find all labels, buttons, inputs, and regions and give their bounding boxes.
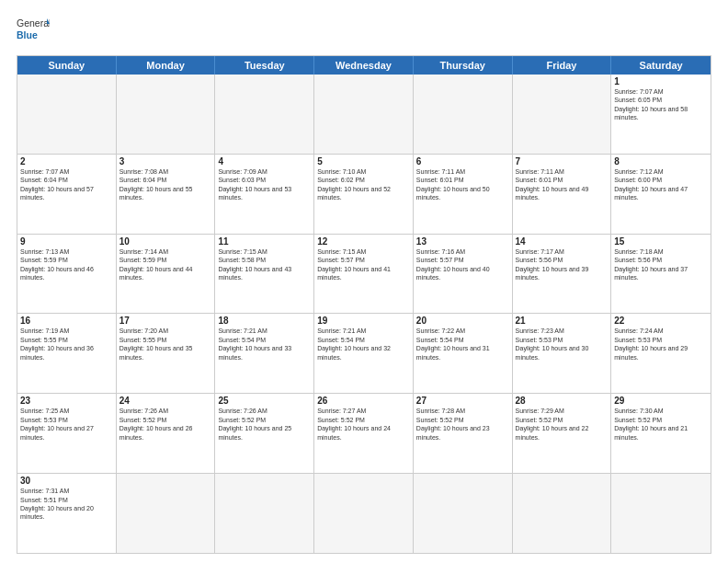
day-number: 17 bbox=[119, 316, 212, 326]
calendar-cell: 3Sunrise: 7:08 AMSunset: 6:04 PMDaylight… bbox=[117, 155, 216, 234]
calendar-weekday-header: Tuesday bbox=[215, 56, 314, 75]
day-number: 6 bbox=[416, 156, 509, 167]
calendar-cell: 12Sunrise: 7:15 AMSunset: 5:57 PMDayligh… bbox=[314, 235, 414, 314]
calendar-cell: 27Sunrise: 7:28 AMSunset: 5:52 PMDayligh… bbox=[414, 394, 513, 473]
cell-info: Sunrise: 7:28 AMSunset: 5:52 PMDaylight:… bbox=[416, 407, 509, 442]
generalblue-logo-icon: General Blue bbox=[17, 15, 50, 48]
day-number: 9 bbox=[20, 236, 113, 247]
calendar-cell bbox=[117, 75, 216, 154]
cell-info: Sunrise: 7:17 AMSunset: 5:56 PMDaylight:… bbox=[516, 247, 609, 282]
day-number: 27 bbox=[416, 396, 509, 406]
calendar-cell bbox=[513, 474, 612, 553]
calendar-cell bbox=[117, 474, 216, 553]
header: General Blue bbox=[17, 15, 711, 48]
calendar-cell: 8Sunrise: 7:12 AMSunset: 6:00 PMDaylight… bbox=[611, 155, 711, 234]
cell-info: Sunrise: 7:08 AMSunset: 6:04 PMDaylight:… bbox=[119, 167, 212, 202]
calendar-weekday-header: Wednesday bbox=[314, 56, 414, 75]
calendar-cell: 17Sunrise: 7:20 AMSunset: 5:55 PMDayligh… bbox=[117, 314, 216, 393]
calendar-weekday-header: Saturday bbox=[611, 56, 711, 75]
cell-info: Sunrise: 7:31 AMSunset: 5:51 PMDaylight:… bbox=[20, 487, 113, 522]
calendar-cell: 23Sunrise: 7:25 AMSunset: 5:53 PMDayligh… bbox=[17, 394, 117, 473]
day-number: 26 bbox=[317, 396, 410, 406]
svg-text:General: General bbox=[17, 17, 50, 29]
cell-info: Sunrise: 7:27 AMSunset: 5:52 PMDaylight:… bbox=[317, 407, 410, 442]
calendar-cell bbox=[513, 75, 612, 154]
cell-info: Sunrise: 7:07 AMSunset: 6:05 PMDaylight:… bbox=[614, 87, 708, 122]
cell-info: Sunrise: 7:07 AMSunset: 6:04 PMDaylight:… bbox=[20, 167, 113, 202]
day-number: 29 bbox=[614, 396, 708, 406]
calendar-cell: 22Sunrise: 7:24 AMSunset: 5:53 PMDayligh… bbox=[611, 314, 711, 393]
day-number: 22 bbox=[614, 316, 708, 326]
calendar-header-row: SundayMondayTuesdayWednesdayThursdayFrid… bbox=[17, 56, 711, 75]
cell-info: Sunrise: 7:11 AMSunset: 6:01 PMDaylight:… bbox=[516, 167, 609, 202]
calendar-cell bbox=[414, 474, 513, 553]
day-number: 20 bbox=[416, 316, 509, 326]
calendar-cell: 15Sunrise: 7:18 AMSunset: 5:56 PMDayligh… bbox=[611, 235, 711, 314]
calendar-week-row: 9Sunrise: 7:13 AMSunset: 5:59 PMDaylight… bbox=[17, 234, 711, 314]
calendar: SundayMondayTuesdayWednesdayThursdayFrid… bbox=[17, 55, 711, 554]
day-number: 11 bbox=[218, 236, 311, 247]
calendar-cell: 2Sunrise: 7:07 AMSunset: 6:04 PMDaylight… bbox=[17, 155, 117, 234]
cell-info: Sunrise: 7:11 AMSunset: 6:01 PMDaylight:… bbox=[416, 167, 509, 202]
cell-info: Sunrise: 7:10 AMSunset: 6:02 PMDaylight:… bbox=[317, 167, 410, 202]
day-number: 12 bbox=[317, 236, 410, 247]
calendar-cell: 7Sunrise: 7:11 AMSunset: 6:01 PMDaylight… bbox=[513, 155, 612, 234]
cell-info: Sunrise: 7:30 AMSunset: 5:52 PMDaylight:… bbox=[614, 407, 708, 442]
cell-info: Sunrise: 7:09 AMSunset: 6:03 PMDaylight:… bbox=[218, 167, 311, 202]
day-number: 24 bbox=[119, 396, 212, 406]
cell-info: Sunrise: 7:14 AMSunset: 5:59 PMDaylight:… bbox=[119, 247, 212, 282]
logo: General Blue bbox=[17, 15, 50, 48]
cell-info: Sunrise: 7:18 AMSunset: 5:56 PMDaylight:… bbox=[614, 247, 708, 282]
calendar-cell: 28Sunrise: 7:29 AMSunset: 5:52 PMDayligh… bbox=[513, 394, 612, 473]
day-number: 19 bbox=[317, 316, 410, 326]
day-number: 10 bbox=[119, 236, 212, 247]
calendar-cell: 18Sunrise: 7:21 AMSunset: 5:54 PMDayligh… bbox=[215, 314, 314, 393]
day-number: 1 bbox=[614, 76, 708, 86]
calendar-cell: 30Sunrise: 7:31 AMSunset: 5:51 PMDayligh… bbox=[17, 474, 117, 553]
day-number: 21 bbox=[516, 316, 609, 326]
cell-info: Sunrise: 7:21 AMSunset: 5:54 PMDaylight:… bbox=[317, 327, 410, 362]
cell-info: Sunrise: 7:24 AMSunset: 5:53 PMDaylight:… bbox=[614, 327, 708, 362]
cell-info: Sunrise: 7:16 AMSunset: 5:57 PMDaylight:… bbox=[416, 247, 509, 282]
calendar-body: 1Sunrise: 7:07 AMSunset: 6:05 PMDaylight… bbox=[17, 75, 711, 553]
calendar-weekday-header: Thursday bbox=[414, 56, 513, 75]
calendar-cell: 29Sunrise: 7:30 AMSunset: 5:52 PMDayligh… bbox=[611, 394, 711, 473]
calendar-cell: 14Sunrise: 7:17 AMSunset: 5:56 PMDayligh… bbox=[513, 235, 612, 314]
calendar-week-row: 23Sunrise: 7:25 AMSunset: 5:53 PMDayligh… bbox=[17, 393, 711, 473]
calendar-cell bbox=[314, 75, 414, 154]
day-number: 3 bbox=[119, 156, 212, 167]
calendar-cell: 9Sunrise: 7:13 AMSunset: 5:59 PMDaylight… bbox=[17, 235, 117, 314]
cell-info: Sunrise: 7:26 AMSunset: 5:52 PMDaylight:… bbox=[218, 407, 311, 442]
day-number: 14 bbox=[516, 236, 609, 247]
calendar-weekday-header: Friday bbox=[513, 56, 612, 75]
cell-info: Sunrise: 7:26 AMSunset: 5:52 PMDaylight:… bbox=[119, 407, 212, 442]
calendar-cell bbox=[17, 75, 117, 154]
cell-info: Sunrise: 7:15 AMSunset: 5:57 PMDaylight:… bbox=[317, 247, 410, 282]
calendar-cell bbox=[414, 75, 513, 154]
calendar-cell: 20Sunrise: 7:22 AMSunset: 5:54 PMDayligh… bbox=[414, 314, 513, 393]
cell-info: Sunrise: 7:12 AMSunset: 6:00 PMDaylight:… bbox=[614, 167, 708, 202]
calendar-cell: 25Sunrise: 7:26 AMSunset: 5:52 PMDayligh… bbox=[215, 394, 314, 473]
day-number: 25 bbox=[218, 396, 311, 406]
cell-info: Sunrise: 7:21 AMSunset: 5:54 PMDaylight:… bbox=[218, 327, 311, 362]
day-number: 7 bbox=[516, 156, 609, 167]
day-number: 28 bbox=[516, 396, 609, 406]
day-number: 16 bbox=[20, 316, 113, 326]
svg-text:Blue: Blue bbox=[17, 29, 38, 40]
calendar-cell: 16Sunrise: 7:19 AMSunset: 5:55 PMDayligh… bbox=[17, 314, 117, 393]
cell-info: Sunrise: 7:19 AMSunset: 5:55 PMDaylight:… bbox=[20, 327, 113, 362]
calendar-week-row: 2Sunrise: 7:07 AMSunset: 6:04 PMDaylight… bbox=[17, 154, 711, 234]
calendar-week-row: 16Sunrise: 7:19 AMSunset: 5:55 PMDayligh… bbox=[17, 313, 711, 393]
cell-info: Sunrise: 7:13 AMSunset: 5:59 PMDaylight:… bbox=[20, 247, 113, 282]
day-number: 23 bbox=[20, 396, 113, 406]
day-number: 15 bbox=[614, 236, 708, 247]
calendar-weekday-header: Monday bbox=[117, 56, 216, 75]
day-number: 2 bbox=[20, 156, 113, 167]
calendar-cell bbox=[611, 474, 711, 553]
cell-info: Sunrise: 7:20 AMSunset: 5:55 PMDaylight:… bbox=[119, 327, 212, 362]
day-number: 8 bbox=[614, 156, 708, 167]
day-number: 30 bbox=[20, 476, 113, 486]
day-number: 4 bbox=[218, 156, 311, 167]
cell-info: Sunrise: 7:23 AMSunset: 5:53 PMDaylight:… bbox=[516, 327, 609, 362]
cell-info: Sunrise: 7:22 AMSunset: 5:54 PMDaylight:… bbox=[416, 327, 509, 362]
